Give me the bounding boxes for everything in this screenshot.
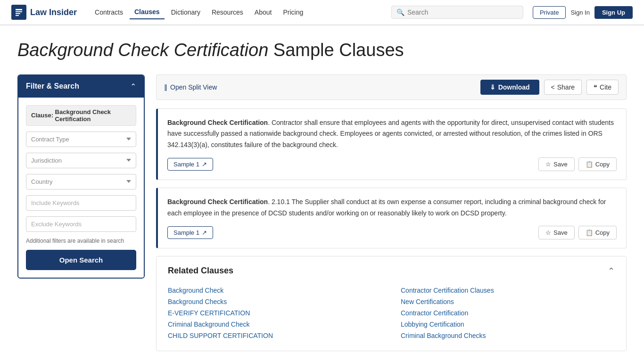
search-icon: 🔍	[396, 8, 405, 16]
exclude-keywords-input[interactable]	[26, 216, 136, 232]
share-icon: <	[551, 83, 555, 91]
svg-rect-1	[16, 11, 22, 12]
signup-button[interactable]: Sign Up	[594, 6, 633, 19]
clause-text-2: Background Check Certification. 2.10.1 T…	[167, 197, 617, 219]
signin-button[interactable]: Sign In	[570, 9, 589, 16]
related-link-2-4[interactable]: Lobbying Certification	[401, 319, 615, 330]
search-input[interactable]	[407, 8, 518, 16]
clause-tag: Clause: Background Check Certification	[26, 105, 136, 126]
related-link-1-3[interactable]: E-VERIFY CERTIFICATION	[168, 307, 382, 319]
save-button-1[interactable]: ☆ Save	[538, 157, 575, 171]
clause-actions-1: Sample 1 ↗ ☆ Save 📋 Copy	[167, 157, 617, 171]
related-link-2-2[interactable]: New Certifications	[401, 296, 615, 307]
related-clauses: Related Clauses ⌃ Background Check Backg…	[156, 256, 627, 351]
nav-resources[interactable]: Resources	[207, 6, 248, 19]
sample-link-1[interactable]: Sample 1 ↗	[167, 158, 213, 171]
country-select[interactable]: Country	[26, 174, 136, 189]
save-label-2: Save	[553, 229, 568, 236]
share-button[interactable]: < Share	[544, 80, 582, 95]
clause-bold-2: Background Check Certification	[167, 198, 268, 206]
clause-tag-label: Clause:	[31, 112, 53, 119]
copy-button-2[interactable]: 📋 Copy	[578, 226, 617, 239]
related-col1: Background Check Background Checks E-VER…	[168, 285, 382, 341]
nav-clauses[interactable]: Clauses	[130, 5, 165, 19]
page-title-rest: Sample Clauses	[268, 40, 404, 60]
download-icon: ⇓	[490, 83, 495, 91]
download-label: Download	[498, 83, 530, 91]
sample-link-2[interactable]: Sample 1 ↗	[167, 226, 213, 239]
nav-right: Private Sign In Sign Up	[533, 6, 633, 19]
clause-bold-1: Background Check Certification	[167, 119, 268, 126]
navbar: Law Insider Contracts Clauses Dictionary…	[0, 0, 644, 25]
star-icon-2: ☆	[545, 229, 551, 236]
copy-button-1[interactable]: 📋 Copy	[578, 157, 617, 171]
nav-about[interactable]: About	[250, 6, 277, 19]
related-title: Related Clauses	[168, 266, 233, 276]
jurisdiction-select[interactable]: Jurisdiction	[26, 153, 136, 168]
copy-icon-1: 📋	[586, 161, 593, 168]
filter-hint: Additional filters are available in sear…	[26, 238, 136, 244]
related-link-1-2[interactable]: Background Checks	[168, 296, 382, 307]
clause-card-2: Background Check Certification. 2.10.1 T…	[156, 188, 627, 248]
split-view-label: Open Split View	[170, 83, 217, 91]
related-grid: Background Check Background Checks E-VER…	[168, 285, 615, 341]
private-button[interactable]: Private	[533, 6, 566, 19]
copy-label-2: Copy	[595, 229, 610, 236]
open-search-button[interactable]: Open Search	[26, 250, 136, 270]
filter-header: Filter & Search ⌃	[18, 75, 144, 98]
copy-icon-2: 📋	[586, 229, 593, 236]
main-content: ‖ Open Split View ⇓ Download < Share ❝ C…	[156, 74, 627, 351]
cite-icon: ❝	[594, 83, 597, 91]
action-bar-right: ⇓ Download < Share ❝ Cite	[480, 80, 619, 95]
related-link-1-1[interactable]: Background Check	[168, 285, 382, 296]
page-container: Background Check Certification Sample Cl…	[6, 25, 638, 362]
related-link-1-5[interactable]: CHILD SUPPORT CERTIFICATION	[168, 330, 382, 341]
split-view-button[interactable]: ‖ Open Split View	[164, 83, 217, 91]
logo-link[interactable]: Law Insider	[11, 5, 77, 20]
related-link-2-1[interactable]: Contractor Certification Clauses	[401, 285, 615, 296]
filter-collapse-icon[interactable]: ⌃	[130, 82, 136, 91]
svg-rect-3	[16, 15, 19, 16]
save-button-2[interactable]: ☆ Save	[538, 226, 575, 239]
related-header: Related Clauses ⌃	[168, 266, 615, 276]
nav-dictionary[interactable]: Dictionary	[166, 6, 205, 19]
clause-right-actions-1: ☆ Save 📋 Copy	[538, 157, 617, 171]
related-collapse-icon[interactable]: ⌃	[608, 266, 615, 276]
sample-label-2: Sample 1	[173, 229, 199, 236]
nav-contracts[interactable]: Contracts	[90, 6, 128, 19]
sample-label-1: Sample 1	[173, 161, 199, 168]
content-layout: Filter & Search ⌃ Clause: Background Che…	[17, 74, 627, 351]
page-title-italic: Background Check Certification	[17, 40, 268, 60]
copy-label-1: Copy	[595, 161, 610, 168]
logo-icon	[11, 5, 26, 20]
include-keywords-input[interactable]	[26, 195, 136, 211]
external-link-icon-2: ↗	[202, 229, 207, 236]
nav-pricing[interactable]: Pricing	[278, 6, 308, 19]
clause-card-1: Background Check Certification. Contract…	[156, 108, 627, 180]
filter-sidebar: Filter & Search ⌃ Clause: Background Che…	[17, 74, 145, 279]
related-link-1-4[interactable]: Criminal Background Check	[168, 319, 382, 330]
cite-button[interactable]: ❝ Cite	[586, 80, 619, 95]
action-bar: ‖ Open Split View ⇓ Download < Share ❝ C…	[156, 74, 627, 100]
save-label-1: Save	[553, 161, 568, 168]
contract-type-select[interactable]: Contract Type	[26, 132, 136, 147]
related-link-2-5[interactable]: Criminal Background Checks	[401, 330, 615, 341]
clause-right-actions-2: ☆ Save 📋 Copy	[538, 226, 617, 239]
related-link-2-3[interactable]: Contractor Certification	[401, 307, 615, 319]
external-link-icon-1: ↗	[202, 161, 207, 168]
download-button[interactable]: ⇓ Download	[480, 80, 539, 95]
svg-rect-0	[16, 9, 22, 10]
nav-links: Contracts Clauses Dictionary Resources A…	[90, 5, 382, 19]
filter-body: Clause: Background Check Certification C…	[18, 98, 144, 278]
split-view-icon: ‖	[164, 83, 167, 91]
related-col2: Contractor Certification Clauses New Cer…	[401, 285, 615, 341]
search-bar: 🔍	[391, 6, 523, 19]
logo-text: Law Insider	[30, 8, 77, 17]
page-title: Background Check Certification Sample Cl…	[17, 40, 627, 61]
clause-tag-value: Background Check Certification	[55, 108, 131, 123]
svg-rect-2	[16, 13, 20, 14]
cite-label: Cite	[600, 83, 611, 91]
share-label: Share	[557, 83, 575, 91]
star-icon-1: ☆	[545, 161, 551, 168]
clause-actions-2: Sample 1 ↗ ☆ Save 📋 Copy	[167, 226, 617, 239]
